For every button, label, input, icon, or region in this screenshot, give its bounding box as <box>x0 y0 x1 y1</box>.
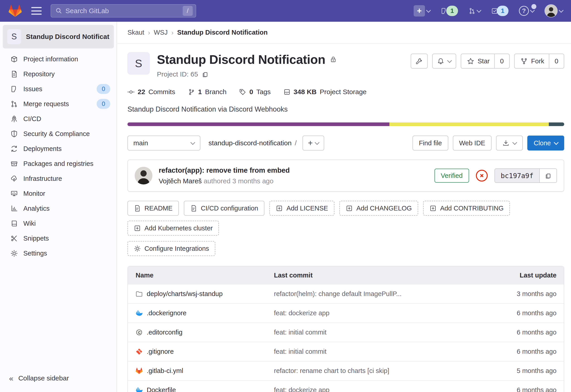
configure-integrations-button[interactable]: Configure Integrations <box>128 241 215 256</box>
sidebar-item-packages-registries[interactable]: Packages and registries <box>0 156 117 171</box>
table-row[interactable]: .gitignore feat: initial commit 6 months… <box>128 342 564 361</box>
star-button[interactable]: Star 0 <box>461 54 510 69</box>
commit-message-link[interactable]: refactor(helm): change default ImagePull… <box>274 290 491 298</box>
find-file-button[interactable]: Find file <box>413 136 448 151</box>
commit-author-link[interactable]: Vojtěch Mareš <box>159 177 202 185</box>
main-content: Skaut › WSJ › Standup Discord Notificati… <box>117 22 571 392</box>
table-row[interactable]: .dockerignore feat: dockerize app 6 mont… <box>128 303 564 322</box>
tags-stat[interactable]: 0Tags <box>239 88 271 96</box>
commit-message-link[interactable]: refactor: rename chart to charts [ci ski… <box>274 367 491 375</box>
sidebar-item-wiki[interactable]: Wiki <box>0 216 117 231</box>
sidebar-item-label: Security & Compliance <box>23 130 90 138</box>
quick-actions-row-1: README CI/CD configuration Add LICENSE A… <box>128 201 564 236</box>
add-file-button[interactable]: + <box>302 136 324 151</box>
sidebar-item-security-compliance[interactable]: Security & Compliance <box>0 126 117 141</box>
sidebar-item-cicd[interactable]: CI/CD <box>0 111 117 126</box>
help-menu[interactable]: ? <box>519 6 534 16</box>
fork-count[interactable]: 0 <box>549 54 564 68</box>
commit-message-link[interactable]: feat: initial commit <box>274 348 491 355</box>
add-changelog-button[interactable]: Add CHANGELOG <box>339 201 418 216</box>
sidebar-item-snippets[interactable]: Snippets <box>0 231 117 246</box>
file-name-link[interactable]: .editorconfig <box>147 329 183 336</box>
commit-title-link[interactable]: refactor(app): remove time from embed <box>159 166 290 174</box>
clone-button[interactable]: Clone <box>527 136 564 151</box>
commits-stat[interactable]: 22Commits <box>128 88 175 96</box>
table-row[interactable]: .gitlab-ci.yml refactor: rename chart to… <box>128 361 564 380</box>
issues-menu[interactable]: 1 <box>441 6 458 16</box>
copy-icon <box>545 172 552 179</box>
repo-path-root[interactable]: standup-discord-notification <box>209 139 292 147</box>
commit-author-avatar[interactable] <box>135 167 152 184</box>
file-name-link[interactable]: .gitignore <box>147 348 174 355</box>
sidebar-item-settings[interactable]: Settings <box>0 246 117 261</box>
sidebar-item-monitor[interactable]: Monitor <box>0 186 117 201</box>
sidebar-item-label: Packages and registries <box>23 160 94 168</box>
sidebar-item-issues[interactable]: Issues 0 <box>0 82 117 97</box>
pipeline-failed-icon[interactable] <box>476 170 488 182</box>
star-count[interactable]: 0 <box>494 54 509 68</box>
add-license-button[interactable]: Add LICENSE <box>270 201 334 216</box>
table-row[interactable]: deploy/charts/wsj-standup refactor(helm)… <box>128 284 564 303</box>
quick-actions-row-2: Configure Integrations <box>128 241 564 256</box>
verified-badge[interactable]: Verified <box>434 169 469 183</box>
top-navbar: / + 1 1 ? <box>0 0 571 22</box>
plus-square-icon <box>346 205 353 212</box>
user-menu[interactable] <box>544 4 563 17</box>
cicd-configuration-button[interactable]: CI/CD configuration <box>184 201 264 216</box>
gear-icon <box>134 245 141 252</box>
docker-icon <box>136 387 143 392</box>
file-name-link[interactable]: Dockerfile <box>147 386 176 392</box>
chevron-down-icon <box>554 140 558 145</box>
breadcrumb-project[interactable]: Standup Discord Notification <box>177 29 268 36</box>
sidebar-item-analytics[interactable]: Analytics <box>0 201 117 216</box>
readme-button[interactable]: README <box>128 201 179 216</box>
breadcrumb-subgroup[interactable]: WSJ <box>154 29 168 36</box>
language-segment <box>549 123 564 126</box>
sidebar-item-project-information[interactable]: Project information <box>0 52 117 67</box>
storage-stat[interactable]: 348 KBProject Storage <box>284 88 367 96</box>
chart-icon <box>10 205 18 212</box>
fork-button[interactable]: Fork 0 <box>514 54 564 69</box>
add-contributing-button[interactable]: Add CONTRIBUTING <box>423 201 510 216</box>
search-input[interactable] <box>65 7 180 15</box>
header-name: Name <box>128 272 274 279</box>
repository-icon <box>10 70 18 78</box>
file-icon <box>134 205 141 212</box>
table-row[interactable]: Dockerfile feat: dockerize app 6 months … <box>128 380 564 392</box>
todos-menu[interactable]: 1 <box>491 6 509 16</box>
project-avatar: S <box>128 52 150 74</box>
download-button[interactable] <box>496 136 523 151</box>
admin-tools-button[interactable] <box>411 54 428 69</box>
sidebar-item-repository[interactable]: Repository <box>0 67 117 82</box>
new-menu[interactable]: + <box>414 5 430 16</box>
gitlab-logo[interactable] <box>8 4 22 17</box>
star-label: Star <box>478 57 490 65</box>
add-kubernetes-cluster-button[interactable]: Add Kubernetes cluster <box>128 221 219 236</box>
sidebar-item-label: Merge requests <box>23 100 69 108</box>
commit-message-link[interactable]: feat: initial commit <box>274 329 491 336</box>
fork-label: Fork <box>531 57 544 65</box>
sidebar-item-infrastructure[interactable]: Infrastructure <box>0 171 117 186</box>
table-row[interactable]: .editorconfig feat: initial commit 6 mon… <box>128 322 564 342</box>
sidebar-project-context[interactable]: S Standup Discord Notificati... <box>3 25 114 48</box>
file-name-link[interactable]: deploy/charts/wsj-standup <box>147 290 223 298</box>
breadcrumb-group[interactable]: Skaut <box>128 29 144 36</box>
global-search[interactable]: / <box>51 4 196 17</box>
commit-message-link[interactable]: feat: dockerize app <box>274 386 491 392</box>
web-ide-button[interactable]: Web IDE <box>453 136 492 151</box>
merge-requests-menu[interactable] <box>469 7 481 14</box>
file-name-link[interactable]: .dockerignore <box>147 309 186 317</box>
notifications-button[interactable] <box>432 54 456 69</box>
copy-hash-button[interactable] <box>539 169 557 182</box>
menu-hamburger-icon[interactable] <box>31 7 42 15</box>
branch-selector[interactable]: main <box>128 136 200 151</box>
language-bar[interactable] <box>128 123 564 126</box>
branches-stat[interactable]: 1Branch <box>188 88 227 96</box>
sidebar-item-merge-requests[interactable]: Merge requests 0 <box>0 97 117 111</box>
copy-project-id-icon[interactable] <box>202 71 209 78</box>
commit-message-link[interactable]: feat: dockerize app <box>274 309 491 317</box>
plus-icon: + <box>308 138 313 148</box>
collapse-sidebar-button[interactable]: « Collapse sidebar <box>0 371 117 386</box>
sidebar-item-deployments[interactable]: Deployments <box>0 141 117 156</box>
file-name-link[interactable]: .gitlab-ci.yml <box>147 367 183 375</box>
